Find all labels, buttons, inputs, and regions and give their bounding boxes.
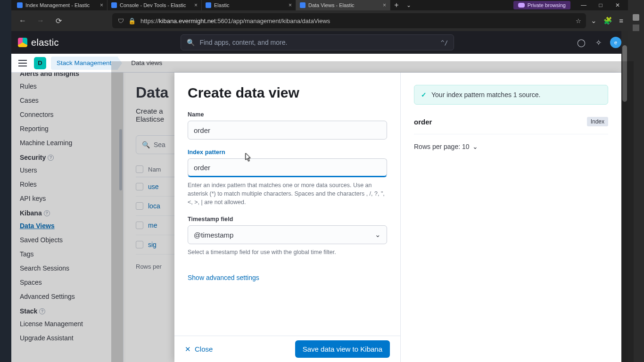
close-button[interactable]: ✕ Close [185, 345, 213, 354]
browser-window: Index Management - Elastic × Console - D… [11, 0, 628, 362]
space-selector[interactable]: D [34, 57, 46, 69]
timestamp-select[interactable]: @timestamp ⌄ [188, 225, 387, 244]
browser-tab[interactable]: Console - Dev Tools - Elastic × [107, 0, 202, 10]
kibana-header: elastic 🔍 Find apps, content, and more. … [11, 31, 628, 54]
chevron-down-icon: ⌄ [375, 230, 381, 239]
elastic-logo[interactable]: elastic [18, 37, 59, 48]
close-icon[interactable]: × [100, 2, 103, 8]
browser-toolbar: ← → ⟳ 🛡 🔒 https://kibana.evermight.net:5… [11, 10, 628, 31]
private-label: Private browsing [528, 2, 566, 8]
callout-text: Your index pattern matches 1 source. [431, 91, 540, 99]
rows-per-page-selector[interactable]: Rows per page: 10 ⌄ [414, 143, 608, 150]
nav-toggle-button[interactable] [16, 57, 29, 70]
newsfeed-icon[interactable]: ✧ [593, 37, 603, 48]
match-row: order Index [414, 114, 608, 134]
browser-tab-active[interactable]: Data Views - Elastic × [296, 0, 390, 10]
create-data-view-flyout: Create data view Name Index pattern Ente… [174, 73, 621, 362]
management-sidebar: Alerts and Insights Rules Cases Connecto… [11, 73, 124, 362]
user-avatar[interactable]: e [610, 37, 621, 48]
menu-icon[interactable]: ≡ [619, 16, 623, 25]
close-icon[interactable]: × [289, 2, 292, 8]
new-tab-button[interactable]: + [390, 1, 403, 9]
search-shortcut: ^/ [441, 39, 448, 46]
search-placeholder: Find apps, content, and more. [199, 39, 436, 46]
timestamp-value: @timestamp [194, 231, 233, 239]
index-pattern-help: Enter an index pattern that matches one … [188, 181, 387, 206]
save-button[interactable]: Save data view to Kibana [295, 340, 390, 358]
back-button[interactable]: ← [16, 14, 29, 27]
global-search[interactable]: 🔍 Find apps, content, and more. ^/ [181, 34, 454, 50]
external-left-slice [0, 0, 11, 362]
tab-label: Console - Dev Tools - Elastic [120, 2, 191, 8]
close-icon: ✕ [185, 345, 191, 354]
window-maximize-button[interactable]: □ [592, 2, 609, 8]
match-callout: ✓ Your index pattern matches 1 source. [414, 85, 608, 105]
timestamp-help: Select a timestamp field for use with th… [188, 248, 387, 256]
elastic-logo-icon [18, 38, 27, 47]
lock-icon[interactable]: 🔒 [128, 17, 136, 25]
index-pattern-label: Index pattern [188, 149, 387, 156]
tab-favicon [300, 2, 305, 8]
index-badge: Index [587, 117, 608, 126]
browser-tab[interactable]: Elastic × [202, 0, 296, 10]
search-icon: 🔍 [187, 39, 195, 46]
tab-label: Elastic [214, 2, 286, 8]
match-name: order [414, 118, 432, 126]
chevron-down-icon: ⌄ [472, 143, 478, 150]
reload-button[interactable]: ⟳ [52, 14, 65, 27]
flyout-footer: ✕ Close Save data view to Kibana [174, 336, 400, 362]
shield-icon[interactable]: 🛡 [117, 17, 124, 25]
forward-button[interactable]: → [34, 14, 47, 27]
close-icon[interactable]: × [194, 2, 198, 8]
close-icon[interactable]: × [383, 2, 386, 8]
tab-label: Index Management - Elastic [25, 2, 97, 8]
tab-favicon [111, 2, 117, 8]
extensions-icon[interactable]: 🧩 [603, 16, 612, 25]
window-close-button[interactable]: ✕ [609, 2, 626, 8]
sidebar-dimmer [11, 73, 123, 362]
flyout-title: Create data view [188, 85, 387, 101]
elastic-wordmark: elastic [31, 37, 59, 48]
pocket-icon[interactable]: ⌄ [591, 16, 597, 25]
tab-favicon [206, 2, 211, 8]
index-pattern-input[interactable] [188, 158, 387, 177]
help-icon[interactable]: ◯ [576, 37, 586, 48]
name-label: Name [188, 111, 387, 118]
tab-label: Data Views - Elastic [308, 2, 380, 8]
tab-list-button[interactable]: ⌄ [403, 2, 415, 8]
address-bar[interactable]: 🛡 🔒 https://kibana.evermight.net:5601/ap… [112, 13, 586, 28]
browser-tabstrip: Index Management - Elastic × Console - D… [11, 0, 628, 10]
browser-tab[interactable]: Index Management - Elastic × [13, 0, 107, 10]
show-advanced-link[interactable]: Show advanced settings [188, 274, 387, 281]
tab-favicon [17, 2, 23, 8]
window-minimize-button[interactable]: — [575, 2, 592, 8]
breadcrumb-link[interactable]: Stack Management [51, 57, 118, 70]
bookmark-star-icon[interactable]: ☆ [576, 17, 581, 25]
mask-icon [518, 3, 525, 8]
timestamp-label: Timestamp field [188, 216, 387, 222]
private-browsing-badge: Private browsing [513, 1, 570, 9]
url-text: https://kibana.evermight.net:5601/app/ma… [140, 17, 571, 25]
check-icon: ✓ [421, 91, 427, 99]
name-input[interactable] [188, 121, 387, 140]
